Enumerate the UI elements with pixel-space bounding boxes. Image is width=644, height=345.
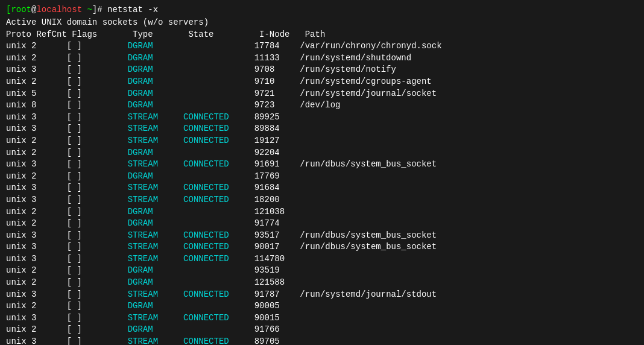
prompt-host: localhost: [36, 5, 82, 14]
prompt-command: netstat -x: [107, 5, 158, 14]
terminal-output: Active UNIX domain sockets (w/o servers)…: [6, 17, 638, 345]
prompt-user: [root: [6, 5, 31, 14]
prompt-path: ~: [82, 5, 92, 14]
terminal-window: [root@localhost ~]# netstat -x Active UN…: [6, 5, 638, 345]
prompt-line: [root@localhost ~]# netstat -x: [6, 5, 638, 14]
prompt-symbol: ]#: [92, 5, 107, 14]
